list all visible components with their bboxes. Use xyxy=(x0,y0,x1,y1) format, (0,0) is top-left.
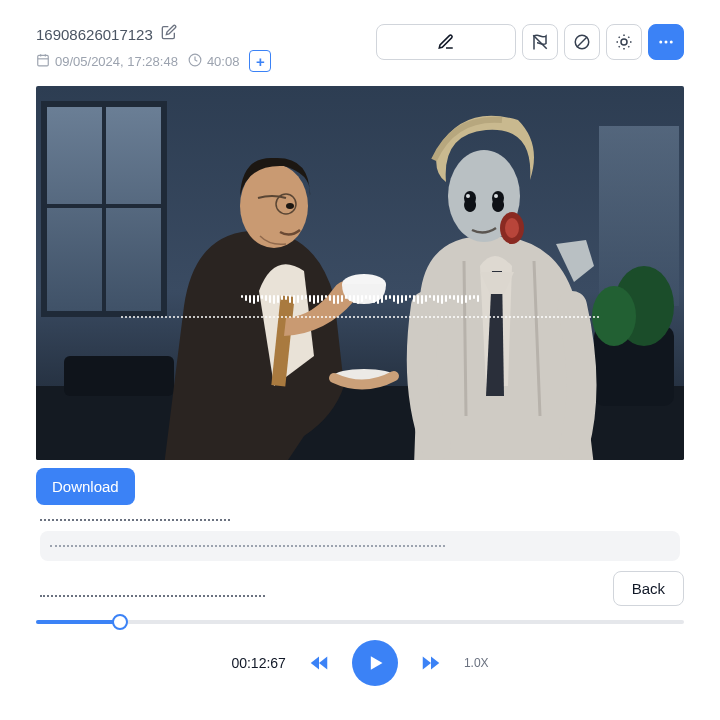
recording-id: 16908626017123 xyxy=(36,26,153,43)
svg-point-30 xyxy=(592,286,636,346)
current-time: 00:12:67 xyxy=(231,655,286,671)
svg-line-11 xyxy=(619,37,620,38)
svg-point-33 xyxy=(286,203,294,209)
flag-off-icon[interactable] xyxy=(522,24,558,60)
placeholder-line-3 xyxy=(40,595,265,597)
seek-slider[interactable] xyxy=(36,614,684,630)
back-button[interactable]: Back xyxy=(613,571,684,606)
svg-marker-44 xyxy=(311,657,319,670)
svg-marker-48 xyxy=(431,657,439,670)
download-button[interactable]: Download xyxy=(36,468,135,505)
calendar-icon xyxy=(36,53,50,70)
svg-marker-45 xyxy=(319,657,327,670)
svg-line-16 xyxy=(628,37,629,38)
svg-marker-46 xyxy=(371,656,383,669)
svg-line-12 xyxy=(628,46,629,47)
text-edit-box[interactable] xyxy=(376,24,516,60)
svg-marker-47 xyxy=(423,657,431,670)
svg-line-7 xyxy=(577,37,588,48)
svg-point-41 xyxy=(494,194,498,198)
rewind-button[interactable] xyxy=(308,652,330,674)
svg-point-32 xyxy=(240,164,308,248)
svg-point-40 xyxy=(466,194,470,198)
svg-point-8 xyxy=(621,39,627,45)
placeholder-line-2 xyxy=(50,545,445,547)
svg-rect-27 xyxy=(64,356,174,396)
forward-button[interactable] xyxy=(420,652,442,674)
more-button[interactable] xyxy=(648,24,684,60)
play-button[interactable] xyxy=(352,640,398,686)
info-panel xyxy=(40,531,680,561)
svg-point-19 xyxy=(670,41,673,44)
date-text: 09/05/2024, 17:28:48 xyxy=(55,54,178,69)
add-button[interactable]: + xyxy=(249,50,271,72)
duration-text: 40:08 xyxy=(207,54,240,69)
video-frame xyxy=(36,86,684,460)
playback-speed[interactable]: 1.0X xyxy=(464,656,489,670)
svg-line-15 xyxy=(619,46,620,47)
placeholder-line-1 xyxy=(40,519,230,521)
disable-icon[interactable] xyxy=(564,24,600,60)
brightness-icon[interactable] xyxy=(606,24,642,60)
svg-point-17 xyxy=(659,41,662,44)
svg-point-18 xyxy=(665,41,668,44)
svg-rect-0 xyxy=(38,55,49,66)
svg-point-43 xyxy=(505,218,519,238)
edit-title-icon[interactable] xyxy=(161,24,177,44)
clock-icon xyxy=(188,53,202,70)
